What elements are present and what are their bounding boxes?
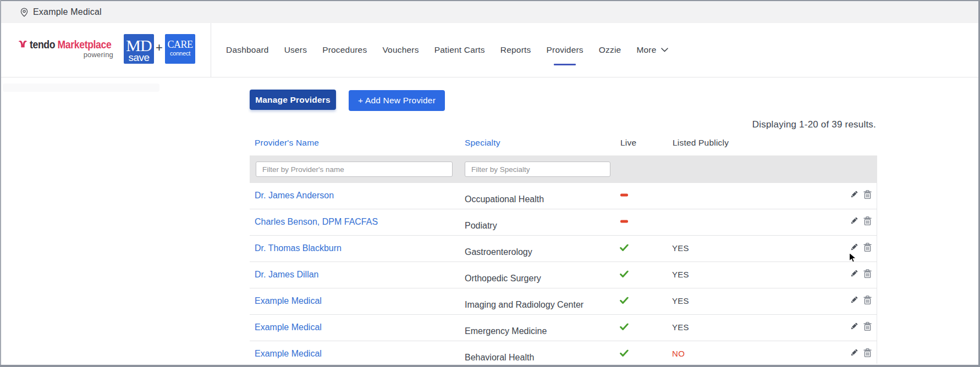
table-row: Charles Benson, DPM FACFAS Podiatry bbox=[250, 209, 877, 236]
listed-publicly-value: NO bbox=[672, 349, 685, 358]
provider-name-link[interactable]: Dr. James Anderson bbox=[255, 191, 334, 201]
nav-label: Patient Carts bbox=[434, 45, 485, 55]
brand-name-secondary: Marketplace bbox=[58, 38, 112, 51]
nav-item-vouchers[interactable]: Vouchers bbox=[382, 23, 419, 77]
window-frame-bottom bbox=[0, 365, 980, 367]
manage-providers-button[interactable]: Manage Providers bbox=[250, 90, 336, 110]
nav-item-users[interactable]: Users bbox=[284, 23, 307, 77]
main-header: tendoMarketplace powering MD save + CARE… bbox=[1, 23, 978, 77]
provider-name-link[interactable]: Example Medical bbox=[255, 296, 322, 306]
trash-icon[interactable] bbox=[863, 242, 872, 252]
trash-icon[interactable] bbox=[863, 295, 872, 305]
edit-icon[interactable] bbox=[849, 269, 859, 279]
trash-icon[interactable] bbox=[863, 190, 872, 199]
listed-publicly-value: YES bbox=[672, 269, 689, 279]
header-divider bbox=[211, 23, 211, 77]
column-header-specialty[interactable]: Specialty bbox=[465, 138, 500, 148]
live-status bbox=[620, 323, 629, 330]
trash-icon[interactable] bbox=[863, 348, 872, 358]
live-status bbox=[620, 193, 628, 196]
provider-name-link[interactable]: Example Medical bbox=[255, 349, 322, 359]
window-frame-left bbox=[0, 0, 1, 367]
nav-item-providers[interactable]: Providers bbox=[547, 23, 583, 77]
check-icon bbox=[620, 323, 629, 330]
nav-item-reports[interactable]: Reports bbox=[500, 23, 531, 77]
edit-icon[interactable] bbox=[849, 242, 859, 252]
top-bar: Example Medical bbox=[1, 1, 978, 23]
provider-specialty: Orthopedic Surgery bbox=[465, 274, 541, 283]
live-status bbox=[620, 350, 629, 357]
results-summary: Displaying 1-20 of 39 results. bbox=[656, 119, 876, 130]
trash-icon[interactable] bbox=[863, 216, 872, 226]
chevron-down-icon bbox=[661, 48, 668, 52]
table-row: Dr. James Dillan Orthopedic Surgery YES bbox=[250, 262, 877, 288]
check-icon bbox=[620, 350, 629, 357]
mdsave-logo: MD save bbox=[124, 34, 154, 64]
edit-icon[interactable] bbox=[849, 190, 859, 199]
edit-icon[interactable] bbox=[849, 216, 859, 226]
nav-label: Users bbox=[284, 45, 307, 55]
live-status bbox=[620, 297, 629, 304]
column-header-live: Live bbox=[620, 138, 636, 148]
listed-publicly-value: YES bbox=[672, 322, 689, 331]
provider-specialty: Gastroenterology bbox=[465, 247, 532, 257]
live-status bbox=[620, 244, 629, 251]
blurred-breadcrumb bbox=[3, 84, 159, 92]
table-row: Example Medical Behavioral Health NO bbox=[250, 341, 877, 364]
nav-label: Providers bbox=[547, 45, 583, 55]
provider-specialty: Emergency Medicine bbox=[465, 326, 547, 336]
check-icon bbox=[620, 244, 629, 251]
provider-name-link[interactable]: Example Medical bbox=[255, 322, 322, 332]
edit-icon[interactable] bbox=[849, 348, 859, 358]
trash-icon[interactable] bbox=[863, 269, 872, 279]
nav-item-ozzie[interactable]: Ozzie bbox=[599, 23, 621, 77]
brand-name-primary: tendo bbox=[30, 38, 55, 51]
nav-item-procedures[interactable]: Procedures bbox=[322, 23, 367, 77]
table-row: Dr. James Anderson Occupational Health bbox=[250, 183, 877, 209]
careconnect-logo-connect: connect bbox=[165, 51, 195, 57]
edit-icon[interactable] bbox=[849, 295, 859, 305]
nav-label: Procedures bbox=[322, 45, 367, 55]
check-icon bbox=[620, 297, 629, 304]
nav-label: Ozzie bbox=[599, 45, 621, 55]
main-nav: Dashboard Users Procedures Vouchers Pati… bbox=[226, 23, 668, 77]
location-name: Example Medical bbox=[33, 7, 102, 17]
edit-icon[interactable] bbox=[849, 321, 859, 331]
table-row: Dr. Thomas Blackburn Gastroenterology YE… bbox=[250, 236, 877, 262]
nav-item-more[interactable]: More bbox=[636, 23, 668, 77]
provider-specialty: Imaging and Radiology Center bbox=[465, 300, 583, 310]
nav-label: Vouchers bbox=[382, 45, 419, 55]
provider-specialty: Podiatry bbox=[465, 221, 497, 231]
brand-wordmark: tendoMarketplace bbox=[30, 38, 111, 49]
dash-icon bbox=[620, 193, 628, 196]
provider-name-link[interactable]: Dr. Thomas Blackburn bbox=[255, 243, 342, 253]
careconnect-logo-care: CARE bbox=[165, 40, 195, 49]
nav-label: Dashboard bbox=[226, 45, 269, 55]
provider-name-link[interactable]: Dr. James Dillan bbox=[255, 270, 318, 280]
powering-label: powering bbox=[83, 51, 113, 59]
careconnect-logo: CARE connect bbox=[165, 34, 195, 64]
trash-icon[interactable] bbox=[863, 321, 872, 331]
add-new-provider-button[interactable]: + Add New Provider bbox=[349, 90, 445, 111]
dash-icon bbox=[620, 220, 628, 223]
column-header-listed-publicly: Listed Publicly bbox=[673, 138, 729, 148]
filter-specialty-input[interactable] bbox=[465, 162, 610, 177]
live-status bbox=[620, 270, 629, 277]
table-row: Example Medical Emergency Medicine YES bbox=[250, 315, 877, 341]
live-status bbox=[620, 220, 628, 223]
provider-table-body: Dr. James Anderson Occupational Health C… bbox=[250, 183, 877, 364]
provider-specialty: Occupational Health bbox=[465, 194, 544, 204]
nav-item-dashboard[interactable]: Dashboard bbox=[226, 23, 269, 77]
nav-label: Reports bbox=[500, 45, 531, 55]
check-icon bbox=[620, 270, 629, 277]
window-frame-top bbox=[0, 0, 980, 1]
nav-item-patient-carts[interactable]: Patient Carts bbox=[434, 23, 485, 77]
filter-provider-name-input[interactable] bbox=[256, 162, 453, 177]
listed-publicly-value: YES bbox=[672, 296, 689, 305]
logo-plus-sign: + bbox=[155, 41, 164, 55]
nav-label: More bbox=[636, 45, 656, 55]
location-pin-icon bbox=[20, 8, 28, 17]
filter-row bbox=[250, 155, 877, 183]
column-header-provider-name[interactable]: Provider's Name bbox=[255, 138, 319, 148]
provider-name-link[interactable]: Charles Benson, DPM FACFAS bbox=[255, 217, 378, 227]
